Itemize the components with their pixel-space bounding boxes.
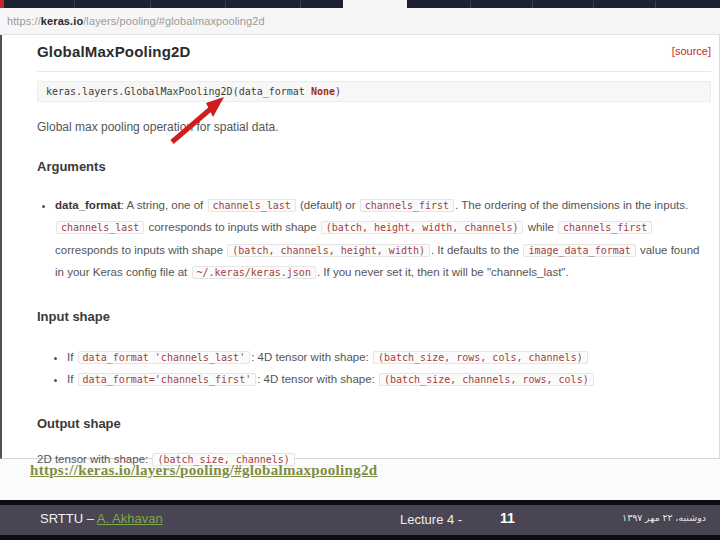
tab-separator: [655, 1, 656, 8]
url-bar[interactable]: https://keras.io/layers/pooling/#globalm…: [0, 8, 720, 35]
footer-lecture-label: Lecture 4 -: [400, 512, 462, 527]
input-shape-item: If data_format 'channels_last': 4D tenso…: [67, 346, 711, 368]
url-host: keras.io: [41, 15, 83, 27]
input-shape-item: If data_format='channels_first': 4D tens…: [67, 368, 711, 390]
url-prefix: https://: [7, 15, 41, 27]
url-text[interactable]: https://keras.io/layers/pooling/#globalm…: [0, 15, 265, 27]
tab-strip-accent: [0, 0, 4, 8]
tab-separator: [74, 1, 75, 8]
footer-date: دوشنبه، ۲۲ مهر ۱۳۹۷: [622, 512, 706, 523]
footer-bottom-edge: [0, 535, 720, 540]
affiliation-label: SRTTU –: [40, 511, 97, 526]
doc-description: Global max pooling operation for spatial…: [37, 120, 711, 134]
arguments-list: data_format: A string, one of channels_l…: [37, 194, 711, 284]
input-shape-list: If data_format 'channels_last': 4D tenso…: [37, 346, 711, 391]
tab-separator: [593, 1, 594, 8]
tab-separator: [225, 1, 226, 8]
url-path: /layers/pooling/#globalmaxpooling2d: [83, 15, 264, 27]
signature-code-block: keras.layers.GlobalMaxPooling2D(data_for…: [37, 81, 711, 102]
doc-header-row: GlobalMaxPooling2D [source]: [37, 43, 711, 60]
argument-item: data_format: A string, one of channels_l…: [55, 194, 711, 284]
footer-page-number: 11: [500, 510, 515, 526]
page-title: GlobalMaxPooling2D: [37, 43, 191, 60]
doc-content: GlobalMaxPooling2D [source] keras.layers…: [0, 35, 720, 459]
divider: [37, 71, 711, 72]
tab-separator: [150, 1, 151, 8]
slide: https://keras.io/layers/pooling/#globalm…: [0, 0, 720, 540]
tab-separator: [470, 1, 471, 8]
source-link[interactable]: [source]: [672, 45, 711, 57]
browser-tab-strip: [0, 0, 720, 8]
input-shape-heading: Input shape: [37, 309, 711, 324]
output-shape-heading: Output shape: [37, 416, 711, 431]
tab-separator: [532, 1, 533, 8]
author-link[interactable]: A. Akhavan: [97, 511, 163, 526]
citation-link[interactable]: https://keras.io/layers/pooling/#globalm…: [30, 462, 377, 479]
browser-tab-active[interactable]: [343, 0, 407, 8]
tab-separator: [300, 1, 301, 8]
slide-footer: SRTTU – A. Akhavan Lecture 4 - 11 دوشنبه…: [0, 500, 720, 540]
arguments-heading: Arguments: [37, 159, 711, 174]
footer-affiliation: SRTTU – A. Akhavan: [40, 511, 163, 526]
